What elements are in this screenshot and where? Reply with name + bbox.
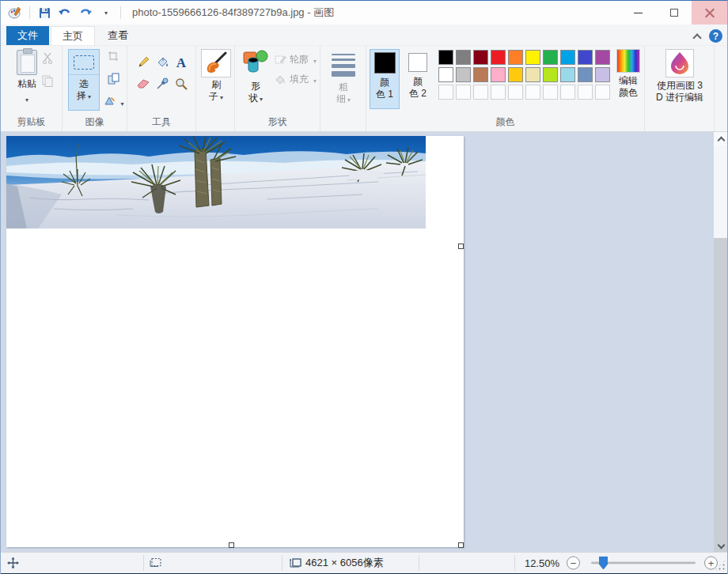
palette-swatch[interactable] [456, 50, 471, 65]
select-icon [74, 55, 94, 70]
palette-swatch[interactable] [438, 67, 453, 82]
canvas[interactable] [6, 136, 464, 547]
palette-swatch[interactable] [525, 50, 540, 65]
save-button[interactable] [36, 5, 52, 21]
zoom-level-text: 12.50% [525, 557, 559, 569]
scroll-up-button[interactable] [714, 132, 727, 145]
palette-swatch[interactable] [543, 50, 558, 65]
crop-icon[interactable] [108, 51, 119, 66]
palette-swatch[interactable] [438, 85, 453, 100]
palette-swatch[interactable] [578, 67, 593, 82]
zoom-in-button[interactable]: + [704, 557, 718, 570]
palette-swatch[interactable] [508, 67, 523, 82]
outline-button[interactable]: 轮廓 [275, 53, 317, 66]
maximize-button[interactable] [656, 1, 692, 25]
palette-swatch[interactable] [456, 85, 471, 100]
canvas-resize-handle-right[interactable] [458, 244, 464, 249]
palette-swatch[interactable] [473, 85, 488, 100]
canvas-resize-handle-corner[interactable] [458, 542, 464, 548]
minimize-button[interactable] [620, 1, 656, 25]
size-button[interactable]: 粗 细 [328, 51, 358, 105]
color1-button[interactable]: 颜 色 1 [370, 49, 400, 109]
palette-swatch[interactable] [491, 85, 506, 100]
palette-swatch[interactable] [578, 50, 593, 65]
close-button[interactable] [692, 1, 727, 25]
tab-file[interactable]: 文件 [6, 26, 49, 45]
palette-swatch[interactable] [508, 85, 523, 100]
divider [282, 555, 282, 571]
palette-swatch[interactable] [595, 67, 610, 82]
resize-icon[interactable] [108, 73, 119, 88]
rotate-icon[interactable] [104, 95, 123, 109]
paste-button[interactable]: 粘贴 [9, 50, 45, 105]
edit-colors-icon [616, 49, 640, 73]
customize-qat-dropdown[interactable] [98, 5, 114, 21]
palette-swatch[interactable] [491, 67, 506, 82]
edit-colors-button[interactable]: 编辑 颜色 [614, 49, 643, 99]
group-colors: 颜 色 1 颜 色 2 编辑 颜色 颜色 [366, 46, 645, 131]
fill-icon[interactable] [156, 55, 169, 72]
tab-home[interactable]: 主页 [51, 26, 95, 45]
ribbon: 粘贴 剪贴板 选 择 [1, 46, 727, 132]
palette-swatch[interactable] [456, 67, 471, 82]
palette-swatch[interactable] [473, 50, 488, 65]
zoom-slider-thumb[interactable] [599, 557, 608, 570]
undo-button[interactable] [57, 5, 73, 21]
palette-swatch[interactable] [560, 67, 575, 82]
divider [29, 6, 30, 19]
pencil-icon[interactable] [137, 55, 150, 72]
selection-size-icon [150, 558, 161, 568]
palette-swatch[interactable] [438, 50, 453, 65]
fill-shape-button[interactable]: 填充 [275, 73, 317, 86]
group-label-image: 图像 [63, 115, 127, 129]
palette-swatch[interactable] [578, 85, 593, 100]
group-size: 粗 细 [320, 46, 366, 131]
paint3d-button[interactable]: 使用画图 3 D 进行编辑 [653, 49, 707, 104]
vertical-scrollbar[interactable] [714, 132, 727, 552]
window-title: photo-1559666126-84f389727b9a.jpg - 画图 [132, 6, 334, 20]
canvas-resize-handle-bottom[interactable] [229, 542, 234, 548]
palette-swatch[interactable] [543, 85, 558, 100]
eraser-icon[interactable] [136, 78, 150, 93]
divider [419, 555, 419, 571]
paint3d-icon [665, 49, 694, 77]
canvas-photo [6, 136, 426, 228]
redo-button[interactable] [78, 5, 93, 21]
palette-swatch[interactable] [595, 50, 610, 65]
palette-swatch[interactable] [491, 50, 506, 65]
palette-swatch[interactable] [525, 67, 540, 82]
color1-swatch [374, 52, 396, 74]
palette-swatch[interactable] [473, 67, 488, 82]
palette-swatch[interactable] [560, 50, 575, 65]
scroll-down-button[interactable] [714, 538, 727, 552]
palette-swatch[interactable] [560, 85, 575, 100]
scrollbar-thumb[interactable] [714, 238, 727, 538]
text-tool-icon[interactable]: A [176, 55, 186, 71]
color-picker-icon[interactable] [156, 77, 169, 93]
divider [514, 555, 515, 571]
cut-icon[interactable] [42, 52, 54, 67]
cursor-position-icon [7, 557, 19, 569]
workspace [1, 132, 727, 552]
magnifier-icon[interactable] [175, 77, 188, 93]
palette-swatch[interactable] [508, 50, 523, 65]
zoom-slider[interactable] [591, 562, 696, 565]
paste-icon [17, 50, 37, 75]
zoom-out-button[interactable]: − [567, 557, 580, 570]
tab-view[interactable]: 查看 [97, 26, 139, 45]
palette-swatch[interactable] [595, 85, 610, 100]
group-clipboard: 粘贴 剪贴板 [1, 46, 63, 131]
group-shapes: 形 状 轮廓 填充 形状 [235, 46, 320, 131]
brush-icon [201, 49, 231, 77]
palette-swatch[interactable] [543, 67, 558, 82]
copy-icon[interactable] [42, 75, 54, 90]
paste-dropdown[interactable] [25, 91, 28, 105]
collapse-ribbon-icon[interactable] [694, 34, 701, 39]
help-button[interactable]: ? [709, 29, 722, 43]
color2-button[interactable]: 颜 色 2 [403, 49, 433, 109]
shapes-button[interactable]: 形 状 [240, 49, 271, 104]
status-bar: 4621 × 6056像素 12.50% − + [1, 552, 727, 574]
select-button[interactable]: 选 择 [68, 49, 100, 111]
brushes-button[interactable]: 刷 子 [200, 49, 232, 103]
palette-swatch[interactable] [525, 85, 540, 100]
